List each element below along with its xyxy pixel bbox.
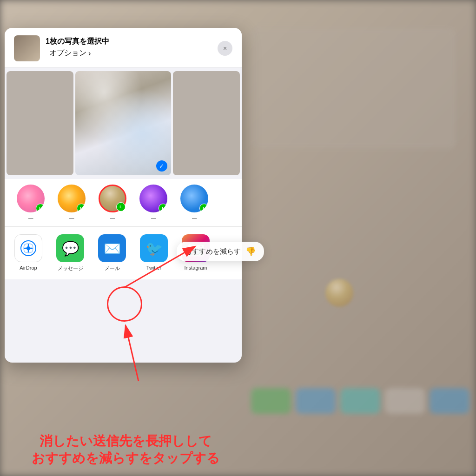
selected-photo-thumbnail [14, 35, 40, 61]
share-header: 1枚の写真を選択中 オプション › × [5, 28, 242, 67]
bg-app-4 [385, 388, 425, 414]
contact-name-1: — [28, 215, 33, 221]
bg-app-3 [340, 388, 380, 414]
selection-checkmark: ✓ [156, 160, 167, 172]
photo-cell-right[interactable] [173, 71, 240, 175]
photo-selection-title: 1枚の写真を選択中 [46, 37, 109, 46]
contact-item-1[interactable]: L — [12, 185, 49, 221]
app-item-mail[interactable]: ✉️ メール [96, 234, 128, 272]
contact-name-4: — [151, 215, 156, 221]
contact-avatar-5: L [180, 185, 208, 212]
app-item-messages[interactable]: 💬 メッセージ [54, 234, 86, 272]
photo-grid: ✓ [5, 67, 242, 179]
instagram-label: Instagram [185, 265, 207, 271]
red-circle-highlight [107, 286, 142, 322]
mail-icon: ✉️ [98, 234, 126, 262]
contact-name-3: — [110, 215, 115, 221]
mail-label: メール [105, 265, 120, 272]
photo-cell-left[interactable] [7, 71, 73, 175]
annotation-line-2: おすすめを減らすをタップする [19, 450, 232, 467]
contact-name-5: — [192, 215, 197, 221]
options-button[interactable]: オプション › [46, 46, 94, 60]
app-item-airdrop[interactable]: AirDrop [12, 234, 45, 271]
bg-app-2 [296, 388, 336, 414]
contact-avatar-2: L [58, 185, 86, 212]
app-item-twitter[interactable]: 🐦 Twitter [138, 234, 170, 271]
bg-app-5 [430, 388, 469, 414]
line-badge-2: L [77, 204, 86, 212]
bottom-annotation: 消したい送信先を長押しして おすすめを減らすをタップする [19, 433, 232, 467]
cherry-blossom-photo [75, 71, 171, 175]
contact-item-3[interactable]: L — [94, 185, 131, 221]
contact-avatar-1: L [17, 185, 45, 212]
tooltip-popup: おすすめを減らす 👎 [177, 242, 264, 261]
contacts-row: L — L — L — L — L — [5, 179, 242, 227]
share-header-left: 1枚の写真を選択中 オプション › [14, 35, 109, 61]
contact-avatar-3-highlighted: L [99, 185, 126, 212]
messages-label: メッセージ [58, 265, 83, 272]
bg-card [251, 28, 456, 149]
photo-cell-selected[interactable]: ✓ [75, 71, 171, 175]
tooltip-text: おすすめを減らす [185, 247, 241, 256]
line-badge-5: L [199, 204, 208, 212]
dislike-icon: 👎 [245, 246, 256, 257]
annotation-line-1: 消したい送信先を長押しして [19, 433, 232, 450]
close-button[interactable]: × [218, 41, 232, 56]
contact-name-2: — [69, 215, 74, 221]
svg-point-1 [26, 246, 30, 250]
airdrop-icon [14, 234, 42, 262]
bg-app-1 [251, 388, 291, 414]
line-badge-4: L [159, 204, 167, 212]
thumbnail-image [14, 35, 40, 61]
right-avatar-blurred [325, 279, 353, 307]
messages-icon: 💬 [56, 234, 84, 262]
twitter-label: Twitter [146, 265, 161, 271]
right-blur-area [246, 28, 474, 428]
airdrop-label: AirDrop [20, 265, 37, 271]
contact-item-5[interactable]: L — [176, 185, 213, 221]
contact-avatar-4: L [139, 185, 167, 212]
line-badge-3: L [116, 202, 126, 212]
close-icon: × [223, 45, 227, 52]
line-badge-1: L [36, 204, 45, 212]
twitter-icon: 🐦 [140, 234, 168, 262]
contact-item-2[interactable]: L — [53, 185, 90, 221]
contact-item-4[interactable]: L — [135, 185, 172, 221]
header-info: 1枚の写真を選択中 オプション › [46, 37, 109, 60]
bg-app-grid [246, 388, 474, 414]
